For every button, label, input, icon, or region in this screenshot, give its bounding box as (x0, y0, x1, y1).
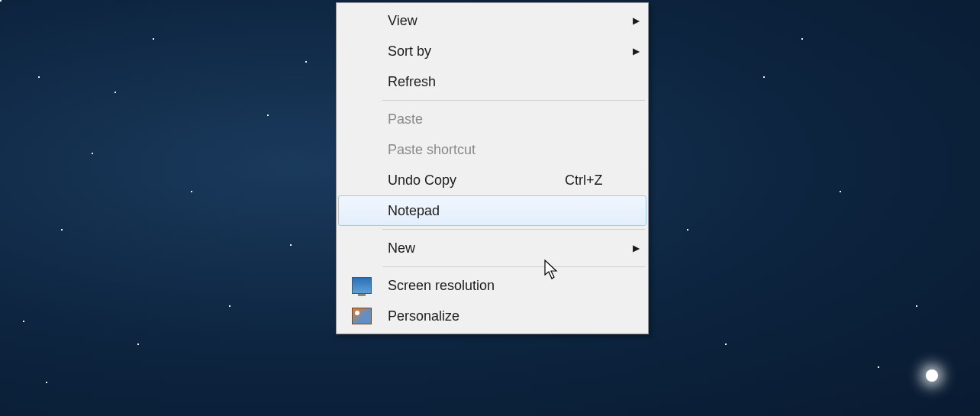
menu-item-label: Undo Copy (382, 173, 565, 189)
menu-item-label: Refresh (382, 74, 565, 90)
menu-item-paste: Paste (338, 104, 646, 134)
menu-item-label: Paste (382, 111, 565, 127)
menu-item-refresh[interactable]: Refresh (338, 66, 646, 97)
menu-item-personalize[interactable]: Personalize (338, 301, 646, 331)
menu-separator (382, 100, 645, 101)
menu-item-view[interactable]: View ▶ (338, 5, 646, 36)
menu-item-sort-by[interactable]: Sort by ▶ (338, 36, 646, 66)
menu-item-notepad[interactable]: Notepad (338, 195, 646, 226)
menu-item-screen-resolution[interactable]: Screen resolution (338, 270, 646, 301)
menu-item-new[interactable]: New ▶ (338, 233, 646, 263)
menu-item-label: Notepad (382, 203, 565, 219)
menu-item-label: Sort by (382, 44, 565, 60)
menu-separator (382, 229, 645, 230)
menu-separator (382, 266, 645, 267)
screen-resolution-icon (342, 277, 382, 294)
menu-item-label: Paste shortcut (382, 142, 565, 158)
desktop-context-menu: View ▶ Sort by ▶ Refresh Paste Paste sho… (336, 2, 649, 334)
submenu-arrow-icon: ▶ (626, 46, 640, 56)
menu-item-label: Screen resolution (382, 278, 565, 294)
star-decoration (926, 369, 938, 382)
menu-item-label: View (382, 13, 565, 29)
menu-item-shortcut: Ctrl+Z (565, 173, 626, 189)
personalize-icon (342, 308, 382, 324)
menu-item-label: Personalize (382, 308, 565, 324)
menu-item-paste-shortcut: Paste shortcut (338, 134, 646, 165)
menu-item-label: New (382, 240, 565, 256)
menu-item-undo-copy[interactable]: Undo Copy Ctrl+Z (338, 165, 646, 195)
submenu-arrow-icon: ▶ (626, 243, 640, 253)
submenu-arrow-icon: ▶ (626, 15, 640, 26)
